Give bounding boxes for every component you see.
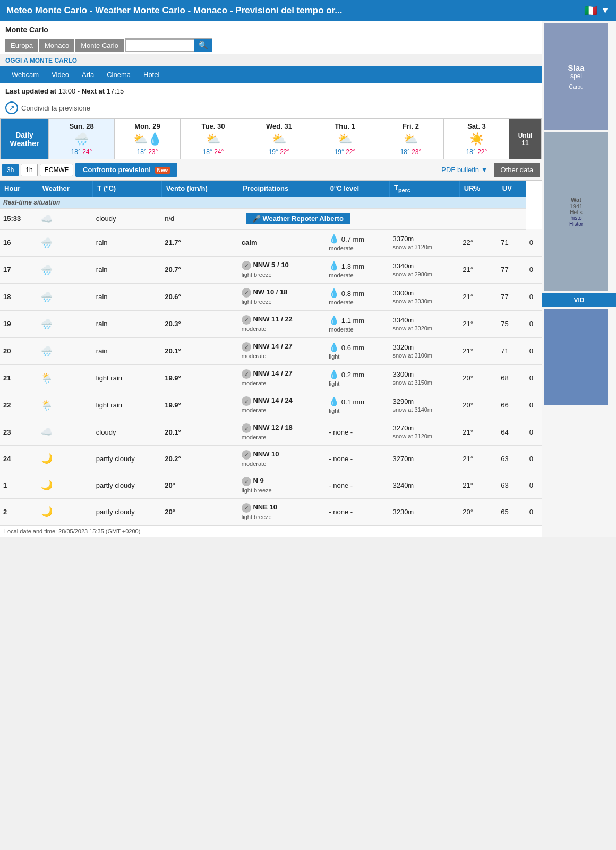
control-bar: 3h 1h ECMWF Confronto previsioni New PDF…: [0, 159, 542, 181]
row-hour: 21: [0, 364, 38, 392]
table-row: 19 🌧️ rain 20.3° ↙ NNW 11 / 22 moderate …: [0, 310, 542, 337]
row-icon: 🌙: [38, 472, 93, 498]
btn-1h[interactable]: 1h: [21, 164, 37, 176]
row-hour: 24: [0, 445, 38, 472]
day-icon: 🌧️: [51, 132, 112, 146]
row-ur: 71: [498, 337, 526, 364]
breadcrumb-europa[interactable]: Europa: [5, 39, 38, 52]
share-button[interactable]: ↗ Condividi la previsione: [0, 99, 542, 118]
row-icon: 🌙: [38, 498, 93, 525]
row-uv: 0: [526, 256, 542, 283]
btn-ecmwf[interactable]: ECMWF: [40, 164, 73, 176]
row-precip: - none -: [326, 472, 389, 498]
tab-cinema[interactable]: Cinema: [100, 66, 137, 83]
row-weather: partly cloudy: [93, 445, 161, 472]
row-temp: 19.9°: [161, 364, 238, 392]
row-level: 3300m snow at 3030m: [389, 283, 459, 310]
row-weather: rain: [93, 337, 161, 364]
btn-confronto[interactable]: Confronto previsioni New: [75, 163, 177, 177]
row-icon: 🌧️: [38, 256, 93, 283]
row-hour: 22: [0, 392, 38, 419]
day-sat3[interactable]: Sat. 3 ☀️ 18° 22°: [443, 119, 509, 159]
sidebar-ad-1: Slaa spel Carou: [544, 23, 608, 130]
row-precip: 💧 0.2 mm light: [326, 364, 389, 392]
pdf-button[interactable]: PDF bulletin ▼: [437, 164, 492, 176]
col-hour: Hour: [0, 181, 38, 197]
search-wrapper: 🔍: [125, 38, 212, 52]
realtime-data-row: 15:33 ☁️ cloudy n/d 🎤 Weather Repoter Al…: [0, 208, 542, 229]
tab-hotel[interactable]: Hotel: [137, 66, 166, 83]
row-temp: 20.2°: [161, 445, 238, 472]
row-temp: 20°: [161, 472, 238, 498]
row-tperc: 20°: [459, 498, 498, 525]
nav-tabs: Webcam Video Aria Cinema Hotel: [0, 66, 542, 83]
row-hour: 20: [0, 337, 38, 364]
share-icon: ↗: [5, 101, 18, 114]
daily-weather-label: DailyWeather: [1, 119, 48, 159]
tab-video[interactable]: Video: [45, 66, 75, 83]
row-precip: 💧 1.1 mm moderate: [326, 310, 389, 337]
day-fri2[interactable]: Fri. 2 ⛅ 18° 23°: [378, 119, 443, 159]
row-precip: 💧 0.8 mm moderate: [326, 283, 389, 310]
sidebar: Slaa spel Carou Wat 1941 Het s histo His…: [542, 21, 616, 537]
day-mon29[interactable]: Mon. 29 ⛅💧 18° 23°: [114, 119, 180, 159]
row-precip: 💧 0.7 mm moderate: [326, 229, 389, 256]
row-icon: 🌧️: [38, 229, 93, 256]
col-precip: Precipitations: [238, 181, 326, 197]
until-label: Until: [518, 132, 533, 139]
row-weather: partly cloudy: [93, 498, 161, 525]
flag-area: 🇮🇹 ▼: [584, 4, 610, 17]
row-tperc: 21°: [459, 283, 498, 310]
until-value: 11: [521, 139, 528, 147]
breadcrumb-montecarlo[interactable]: Monte Carlo: [75, 39, 124, 52]
realtime-time: 15:33: [0, 208, 38, 229]
row-wind: ↙ NNW 14 / 27 moderate: [238, 337, 326, 364]
day-temp: 18° 24°: [51, 148, 112, 156]
row-level: 3300m snow at 3150m: [389, 364, 459, 392]
sidebar-ad-2: Wat 1941 Het s histo Histor: [544, 132, 608, 291]
weather-grid: DailyWeather Sun. 28 🌧️ 18° 24° Mon. 29 …: [0, 118, 542, 159]
row-tperc: 21°: [459, 337, 498, 364]
search-button[interactable]: 🔍: [194, 39, 212, 52]
other-data-button[interactable]: Other data: [494, 163, 540, 177]
row-uv: 0: [526, 364, 542, 392]
tab-aria[interactable]: Aria: [75, 66, 100, 83]
oggi-link[interactable]: OGGI A MONTE CARLO: [5, 57, 77, 64]
realtime-banner-cell: 🎤 Weather Repoter Alberto: [238, 208, 526, 229]
sidebar-video-label: VID: [542, 293, 616, 307]
day-wed31[interactable]: Wed. 31 ⛅ 19° 22°: [246, 119, 312, 159]
day-sun28[interactable]: Sun. 28 🌧️ 18° 24°: [48, 119, 114, 159]
row-icon: 🌦️: [38, 392, 93, 419]
table-row: 2 🌙 partly cloudy 20° ↙ NNE 10 light bre…: [0, 498, 542, 525]
header-bar: Meteo Monte Carlo - Weather Monte Carlo …: [0, 0, 616, 21]
row-weather: light rain: [93, 364, 161, 392]
dropdown-arrow[interactable]: ▼: [601, 5, 610, 16]
realtime-weather: cloudy: [93, 208, 161, 229]
sidebar-ad-3: [544, 309, 608, 405]
row-ur: 63: [498, 472, 526, 498]
realtime-temp: n/d: [161, 208, 238, 229]
row-ur: 66: [498, 392, 526, 419]
row-weather: rain: [93, 310, 161, 337]
row-precip: 💧 1.3 mm moderate: [326, 256, 389, 283]
row-ur: 75: [498, 310, 526, 337]
btn-3h[interactable]: 3h: [2, 164, 19, 176]
search-input[interactable]: [125, 39, 194, 52]
row-level: 3270m: [389, 445, 459, 472]
breadcrumb-monaco[interactable]: Monaco: [39, 39, 74, 52]
table-row: 17 🌧️ rain 20.7° ↙ NNW 5 / 10 light bree…: [0, 256, 542, 283]
tab-webcam[interactable]: Webcam: [5, 66, 45, 83]
row-uv: 0: [526, 445, 542, 472]
row-wind: ↙ NNW 5 / 10 light breeze: [238, 256, 326, 283]
row-wind: ↙ NNW 14 / 24 moderate: [238, 392, 326, 419]
table-row: 20 🌧️ rain 20.1° ↙ NNW 14 / 27 moderate …: [0, 337, 542, 364]
row-tperc: 21°: [459, 310, 498, 337]
row-ur: 68: [498, 364, 526, 392]
day-thu1[interactable]: Thu. 1 ⛅ 19° 22°: [312, 119, 378, 159]
table-row: 21 🌦️ light rain 19.9° ↙ NNW 14 / 27 mod…: [0, 364, 542, 392]
row-weather: partly cloudy: [93, 472, 161, 498]
row-uv: 0: [526, 283, 542, 310]
row-wind: ↙ N 9 light breeze: [238, 472, 326, 498]
day-tue30[interactable]: Tue. 30 ⛅ 18° 24°: [180, 119, 246, 159]
location-title: Monte Carlo: [0, 21, 542, 36]
